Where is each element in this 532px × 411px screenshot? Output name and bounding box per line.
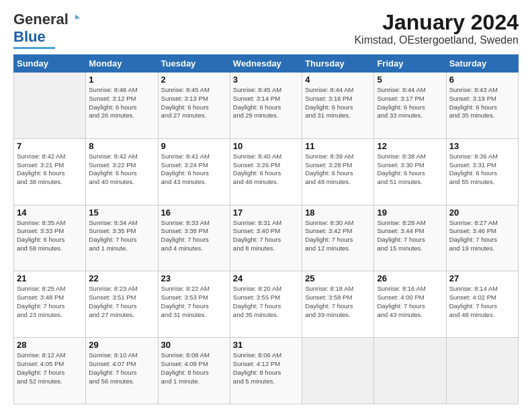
page: General Blue January 2024 Kimstad, OEste… [0, 0, 532, 411]
day-info: Sunrise: 8:44 AMSunset: 3:17 PMDaylight:… [377, 86, 443, 120]
logo-bird-icon [69, 13, 81, 26]
calendar-day-header: Saturday [446, 55, 518, 73]
calendar-cell: 6Sunrise: 8:43 AMSunset: 3:19 PMDaylight… [446, 73, 518, 139]
day-info: Sunrise: 8:08 AMSunset: 4:09 PMDaylight:… [161, 351, 227, 385]
day-info: Sunrise: 8:28 AMSunset: 3:44 PMDaylight:… [377, 219, 443, 253]
calendar-cell: 20Sunrise: 8:27 AMSunset: 3:46 PMDayligh… [446, 205, 518, 271]
day-number: 11 [305, 141, 371, 151]
calendar-cell: 3Sunrise: 8:45 AMSunset: 3:14 PMDaylight… [230, 73, 302, 139]
header: General Blue January 2024 Kimstad, OEste… [13, 11, 519, 49]
day-number: 29 [89, 340, 154, 350]
calendar-cell: 14Sunrise: 8:35 AMSunset: 3:33 PMDayligh… [14, 205, 86, 271]
calendar-day-header: Monday [86, 55, 158, 73]
day-number: 8 [89, 141, 154, 151]
day-number: 28 [17, 340, 83, 350]
day-info: Sunrise: 8:23 AMSunset: 3:51 PMDaylight:… [89, 285, 154, 319]
day-info: Sunrise: 8:31 AMSunset: 3:40 PMDaylight:… [233, 219, 299, 253]
day-info: Sunrise: 8:14 AMSunset: 4:02 PMDaylight:… [449, 285, 515, 319]
day-number: 31 [233, 340, 299, 350]
calendar-cell: 18Sunrise: 8:30 AMSunset: 3:42 PMDayligh… [302, 205, 374, 271]
calendar-cell: 16Sunrise: 8:33 AMSunset: 3:38 PMDayligh… [158, 205, 230, 271]
calendar-cell [446, 338, 518, 404]
day-info: Sunrise: 8:45 AMSunset: 3:13 PMDaylight:… [161, 86, 227, 120]
day-number: 9 [161, 141, 227, 151]
day-info: Sunrise: 8:42 AMSunset: 3:22 PMDaylight:… [89, 152, 154, 187]
calendar-cell [374, 338, 446, 404]
calendar-cell: 5Sunrise: 8:44 AMSunset: 3:17 PMDaylight… [374, 73, 446, 139]
day-number: 27 [449, 273, 515, 283]
day-info: Sunrise: 8:33 AMSunset: 3:38 PMDaylight:… [161, 219, 227, 253]
calendar-day-header: Friday [374, 55, 446, 73]
calendar-cell: 23Sunrise: 8:22 AMSunset: 3:53 PMDayligh… [158, 271, 230, 338]
calendar-cell: 29Sunrise: 8:10 AMSunset: 4:07 PMDayligh… [86, 338, 158, 404]
calendar-cell: 21Sunrise: 8:25 AMSunset: 3:48 PMDayligh… [14, 271, 86, 338]
logo-blue: Blue [13, 28, 46, 46]
calendar-table: SundayMondayTuesdayWednesdayThursdayFrid… [13, 54, 519, 404]
calendar-cell: 8Sunrise: 8:42 AMSunset: 3:22 PMDaylight… [86, 138, 158, 205]
calendar-cell: 24Sunrise: 8:20 AMSunset: 3:55 PMDayligh… [230, 271, 302, 338]
calendar-header-row: SundayMondayTuesdayWednesdayThursdayFrid… [14, 55, 519, 73]
day-number: 26 [377, 273, 443, 283]
calendar-cell: 2Sunrise: 8:45 AMSunset: 3:13 PMDaylight… [158, 73, 230, 139]
day-number: 16 [161, 208, 227, 218]
page-subtitle: Kimstad, OEstergoetland, Sweden [354, 34, 519, 46]
calendar-cell: 9Sunrise: 8:41 AMSunset: 3:24 PMDaylight… [158, 138, 230, 205]
calendar-cell: 25Sunrise: 8:18 AMSunset: 3:58 PMDayligh… [302, 271, 374, 338]
day-number: 13 [449, 141, 515, 151]
day-info: Sunrise: 8:40 AMSunset: 3:26 PMDaylight:… [233, 152, 299, 187]
calendar-cell: 15Sunrise: 8:34 AMSunset: 3:35 PMDayligh… [86, 205, 158, 271]
calendar-cell: 30Sunrise: 8:08 AMSunset: 4:09 PMDayligh… [158, 338, 230, 404]
logo-underline [13, 47, 55, 49]
day-number: 22 [89, 273, 154, 283]
calendar-week-row: 7Sunrise: 8:42 AMSunset: 3:21 PMDaylight… [14, 138, 519, 205]
calendar-cell [302, 338, 374, 404]
day-info: Sunrise: 8:46 AMSunset: 3:12 PMDaylight:… [89, 86, 154, 120]
day-info: Sunrise: 8:35 AMSunset: 3:33 PMDaylight:… [17, 219, 83, 253]
day-info: Sunrise: 8:12 AMSunset: 4:05 PMDaylight:… [17, 351, 83, 385]
calendar-cell: 31Sunrise: 8:06 AMSunset: 4:12 PMDayligh… [230, 338, 302, 404]
calendar-week-row: 14Sunrise: 8:35 AMSunset: 3:33 PMDayligh… [14, 205, 519, 271]
calendar-cell: 7Sunrise: 8:42 AMSunset: 3:21 PMDaylight… [14, 138, 86, 205]
day-info: Sunrise: 8:06 AMSunset: 4:12 PMDaylight:… [233, 351, 299, 385]
day-info: Sunrise: 8:34 AMSunset: 3:35 PMDaylight:… [89, 219, 154, 253]
calendar-cell: 1Sunrise: 8:46 AMSunset: 3:12 PMDaylight… [86, 73, 158, 139]
page-title: January 2024 [354, 11, 519, 34]
day-number: 3 [233, 75, 299, 85]
day-info: Sunrise: 8:27 AMSunset: 3:46 PMDaylight:… [449, 219, 515, 253]
day-number: 24 [233, 273, 299, 283]
calendar-cell: 10Sunrise: 8:40 AMSunset: 3:26 PMDayligh… [230, 138, 302, 205]
day-info: Sunrise: 8:20 AMSunset: 3:55 PMDaylight:… [233, 285, 299, 319]
calendar-day-header: Wednesday [230, 55, 302, 73]
day-info: Sunrise: 8:41 AMSunset: 3:24 PMDaylight:… [161, 152, 227, 187]
day-info: Sunrise: 8:25 AMSunset: 3:48 PMDaylight:… [17, 285, 83, 319]
calendar-cell: 26Sunrise: 8:16 AMSunset: 4:00 PMDayligh… [374, 271, 446, 338]
day-info: Sunrise: 8:36 AMSunset: 3:31 PMDaylight:… [449, 152, 515, 187]
day-number: 12 [377, 141, 443, 151]
logo-general: General [13, 11, 69, 28]
day-info: Sunrise: 8:16 AMSunset: 4:00 PMDaylight:… [377, 285, 443, 319]
day-number: 19 [377, 208, 443, 218]
day-info: Sunrise: 8:42 AMSunset: 3:21 PMDaylight:… [17, 152, 83, 187]
day-number: 5 [377, 75, 443, 85]
calendar-week-row: 1Sunrise: 8:46 AMSunset: 3:12 PMDaylight… [14, 73, 519, 139]
day-info: Sunrise: 8:18 AMSunset: 3:58 PMDaylight:… [305, 285, 371, 319]
day-info: Sunrise: 8:43 AMSunset: 3:19 PMDaylight:… [449, 86, 515, 120]
day-number: 4 [305, 75, 371, 85]
calendar-cell: 27Sunrise: 8:14 AMSunset: 4:02 PMDayligh… [446, 271, 518, 338]
calendar-cell: 4Sunrise: 8:44 AMSunset: 3:16 PMDaylight… [302, 73, 374, 139]
calendar-cell: 12Sunrise: 8:38 AMSunset: 3:30 PMDayligh… [374, 138, 446, 205]
calendar-cell [14, 73, 86, 139]
day-number: 1 [89, 75, 154, 85]
day-info: Sunrise: 8:22 AMSunset: 3:53 PMDaylight:… [161, 285, 227, 319]
day-number: 30 [161, 340, 227, 350]
calendar-day-header: Thursday [302, 55, 374, 73]
day-number: 20 [449, 208, 515, 218]
calendar-cell: 11Sunrise: 8:39 AMSunset: 3:28 PMDayligh… [302, 138, 374, 205]
calendar-week-row: 21Sunrise: 8:25 AMSunset: 3:48 PMDayligh… [14, 271, 519, 338]
day-number: 21 [17, 273, 83, 283]
calendar-week-row: 28Sunrise: 8:12 AMSunset: 4:05 PMDayligh… [14, 338, 519, 404]
day-info: Sunrise: 8:44 AMSunset: 3:16 PMDaylight:… [305, 86, 371, 120]
day-info: Sunrise: 8:38 AMSunset: 3:30 PMDaylight:… [377, 152, 443, 187]
day-info: Sunrise: 8:10 AMSunset: 4:07 PMDaylight:… [89, 351, 154, 385]
day-number: 2 [161, 75, 227, 85]
